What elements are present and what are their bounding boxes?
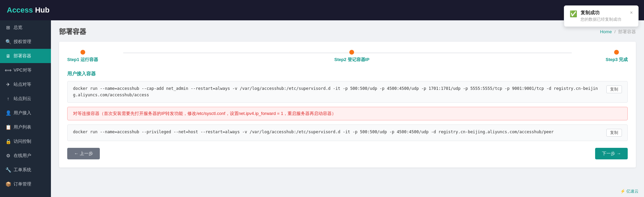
main-card: Step1 运行容器 Step2 登记容器IP Step3 完成 用户接入容器 …: [59, 42, 636, 168]
user-list-icon: 📋: [5, 124, 11, 130]
site-icon: ✈: [5, 82, 11, 87]
title-hub: Hub: [33, 6, 50, 14]
order-icon: 📦: [5, 181, 11, 187]
step3-label: Step3 完成: [606, 57, 628, 63]
command2-block: docker run --name=accesshub --privileged…: [67, 124, 628, 141]
main-layout: ⊞ 总览 🔍 授权管理 🖥 部署容器 ⟺ VPC对等 ✈ 站点对等 ↑ 站点到云…: [0, 20, 644, 197]
sidebar-item-label: 在线用户: [14, 153, 31, 159]
section-title: 用户接入容器: [67, 71, 628, 77]
sidebar-item-label: VPC对等: [14, 67, 32, 73]
sidebar-item-auth-management[interactable]: 🔍 授权管理: [0, 35, 51, 49]
sidebar-item-dashboard[interactable]: ⊞ 总览: [0, 20, 51, 35]
sidebar-item-label: 用户接入: [14, 110, 31, 116]
main-content: 部署容器 Home / 部署容器 Step1 运行容器 Step2 登记容器IP: [51, 20, 644, 197]
sidebar-item-site-to-cloud[interactable]: ↑ 站点到云: [0, 92, 51, 106]
step1-label: Step1 运行容器: [67, 57, 98, 63]
toast-title: 复制成功: [581, 10, 621, 16]
sidebar-item-deploy-container[interactable]: 🖥 部署容器: [0, 49, 51, 63]
sidebar-item-label: 用户列表: [14, 124, 31, 130]
next-button[interactable]: 下一步 →: [595, 148, 628, 159]
copy-command2-button[interactable]: 复制: [606, 129, 622, 137]
command2-text: docker run --name=accesshub --privileged…: [73, 129, 602, 135]
copy-command1-button[interactable]: 复制: [606, 85, 622, 93]
sidebar-item-ticket-system[interactable]: 🔧 工单系统: [0, 163, 51, 177]
title-access: Access: [7, 6, 33, 14]
sidebar-item-site-match[interactable]: ✈ 站点对等: [0, 77, 51, 92]
deploy-icon: 🖥: [5, 53, 11, 59]
app-title: Access Hub: [7, 6, 50, 15]
steps: Step1 运行容器 Step2 登记容器IP Step3 完成: [67, 50, 628, 63]
toast-notification: ✅ 复制成功 您的数据已经复制成功 ×: [564, 5, 639, 27]
ticket-icon: 🔧: [5, 167, 11, 173]
sidebar: ⊞ 总览 🔍 授权管理 🖥 部署容器 ⟺ VPC对等 ✈ 站点对等 ↑ 站点到云…: [0, 20, 51, 197]
header: Access Hub: [0, 0, 644, 20]
sidebar-item-label: 授权管理: [14, 39, 31, 45]
step-3: Step3 完成: [606, 50, 628, 63]
user-access-icon: 👤: [5, 110, 11, 116]
card-footer: ← 上一步 下一步 →: [67, 148, 628, 159]
sidebar-item-label: 部署容器: [14, 53, 31, 59]
bottom-brand: ⚡ 亿速云: [620, 189, 639, 194]
sidebar-item-label: 订单管理: [14, 181, 31, 187]
auth-icon: 🔍: [5, 39, 11, 44]
step-2: Step2 登记容器IP: [334, 50, 369, 63]
online-icon: ⚙: [5, 153, 11, 158]
breadcrumb-home[interactable]: Home: [600, 29, 612, 34]
toast-success-icon: ✅: [570, 10, 577, 18]
cloud-icon: ↑: [5, 96, 11, 101]
step3-dot: [614, 50, 619, 55]
step2-label: Step2 登记容器IP: [334, 57, 369, 63]
prev-button[interactable]: ← 上一步: [67, 148, 100, 159]
toast-close-button[interactable]: ×: [630, 10, 633, 15]
toast-desc: 您的数据已经复制成功: [581, 17, 621, 22]
sidebar-item-vpc-match[interactable]: ⟺ VPC对等: [0, 63, 51, 77]
sidebar-item-user-list[interactable]: 📋 用户列表: [0, 120, 51, 134]
lock-icon: 🔒: [5, 139, 11, 144]
step1-dot: [80, 50, 85, 55]
sidebar-item-user-access[interactable]: 👤 用户接入: [0, 106, 51, 120]
step-1: Step1 运行容器: [67, 50, 98, 63]
page-title: 部署容器: [59, 27, 86, 36]
dashboard-icon: ⊞: [5, 25, 11, 30]
toast-content: 复制成功 您的数据已经复制成功: [581, 10, 621, 22]
page-header: 部署容器 Home / 部署容器: [59, 27, 636, 36]
sidebar-item-label: 站点到云: [14, 96, 31, 102]
sidebar-item-access-control[interactable]: 🔒 访问控制: [0, 134, 51, 149]
command1-block: docker run --name=accesshub --cap-add ne…: [67, 81, 628, 103]
breadcrumb-sep: /: [614, 29, 616, 34]
breadcrumb: Home / 部署容器: [600, 29, 636, 35]
sidebar-item-label: 总览: [14, 24, 22, 31]
sidebar-item-label: 站点对等: [14, 81, 31, 87]
warning-block: 对等连接容器（首次安装需要先打开服务器的IP转发功能，修改/etc/sysctl…: [67, 107, 628, 120]
sidebar-item-order-management[interactable]: 📦 订单管理: [0, 177, 51, 191]
command1-text: docker run --name=accesshub --cap-add ne…: [73, 85, 602, 98]
brand-label: ⚡ 亿速云: [620, 189, 639, 194]
vpc-icon: ⟺: [5, 67, 11, 73]
breadcrumb-current: 部署容器: [618, 29, 636, 34]
sidebar-item-label: 工单系统: [14, 167, 31, 173]
sidebar-item-label: 访问控制: [14, 138, 31, 144]
sidebar-item-online-users[interactable]: ⚙ 在线用户: [0, 149, 51, 163]
step2-dot: [349, 50, 354, 55]
